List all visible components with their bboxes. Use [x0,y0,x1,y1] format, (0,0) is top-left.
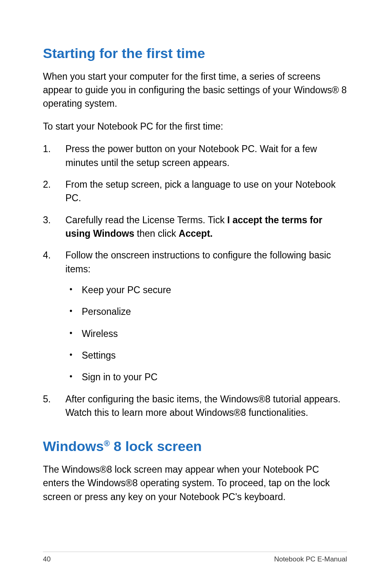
bullets-list: Keep your PC secure Personalize Wireless… [65,283,347,384]
step-3-mid: then click [134,228,179,239]
heading2-post: 8 lock screen [110,438,202,454]
bullet-wireless: Wireless [65,327,347,341]
lock-paragraph: The Windows®8 lock screen may appear whe… [43,463,347,504]
step-1: Press the power button on your Notebook … [43,142,347,170]
document-title: Notebook PC E-Manual [274,555,347,563]
heading-starting-first-time: Starting for the first time [43,45,347,62]
page-number: 40 [43,555,51,563]
step-2: From the setup screen, pick a language t… [43,178,347,205]
bullet-signin: Sign in to your PC [65,370,347,384]
sub-paragraph: To start your Notebook PC for the first … [43,120,347,133]
heading-lock-screen: Windows® 8 lock screen [43,438,347,455]
step-4-text: Follow the onscreen instructions to conf… [65,250,331,274]
bullet-personalize: Personalize [65,305,347,319]
heading2-sup: ® [104,439,110,448]
step-3-pre: Carefully read the License Terms. Tick [65,215,227,225]
page-footer: 40 Notebook PC E-Manual [43,552,347,563]
intro-paragraph: When you start your computer for the fir… [43,70,347,111]
step-3-bold2: Accept. [179,228,213,239]
step-3: Carefully read the License Terms. Tick I… [43,213,347,241]
bullet-settings: Settings [65,349,347,362]
heading2-pre: Windows [43,438,104,454]
step-4: Follow the onscreen instructions to conf… [43,249,347,384]
steps-list: Press the power button on your Notebook … [43,142,347,420]
step-5: After configuring the basic items, the W… [43,393,347,420]
bullet-keep-secure: Keep your PC secure [65,283,347,297]
